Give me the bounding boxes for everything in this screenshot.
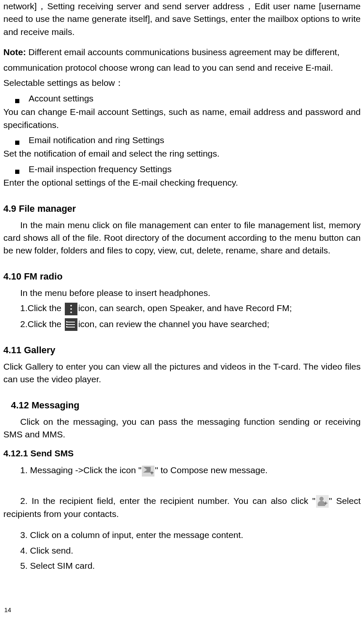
bullet-label-3: E-mail inspection frequency Settings: [29, 163, 172, 176]
heading-gallery: 4.11 Gallery: [3, 344, 361, 357]
note-line-2: communication protocol choose wrong can …: [3, 61, 361, 74]
heading-fm-radio: 4.10 FM radio: [3, 270, 361, 283]
note-text-1: Different email accounts communications …: [26, 47, 340, 57]
sms-step-2: 2. In the recipient field, enter the rec…: [3, 495, 361, 521]
square-bullet-icon: [15, 141, 19, 145]
file-manager-body: In the main menu click on file managemen…: [3, 219, 361, 257]
sms-step-4: 4. Click send.: [3, 544, 361, 557]
bullet-email-notification: Email notification and ring Settings: [3, 134, 361, 147]
bullet-label-2: Email notification and ring Settings: [29, 134, 164, 147]
heading-file-manager: 4.9 File manager: [3, 202, 361, 216]
fm-step-2a: 2.Click the: [20, 319, 64, 329]
gallery-body: Click Gallery to enter you can view all …: [3, 360, 361, 386]
fm-step-2b: icon, can review the channel you have se…: [78, 319, 269, 329]
bullet-inspection-frequency: E-mail inspection frequency Settings: [3, 163, 361, 176]
add-contact-icon: [316, 495, 329, 508]
square-bullet-icon: [15, 170, 19, 174]
note-line-1: Note: Different email accounts communica…: [3, 46, 361, 59]
fm-step-2: 2.Click the icon, can review the channel…: [3, 318, 361, 331]
bullet-desc-1: You can change E-mail account Settings, …: [3, 106, 361, 131]
square-bullet-icon: [15, 99, 19, 103]
fm-intro: In the menu before please to insert head…: [3, 287, 361, 299]
sms-step-5: 5. Select SIM card.: [3, 559, 361, 572]
heading-send-sms: 4.12.1 Send SMS: [3, 447, 361, 460]
fm-step-1: 1.Click the icon, can search, open Speak…: [3, 302, 361, 315]
bullet-label-1: Account settings: [29, 92, 93, 105]
sms-step-1: 1. Messaging ->Click the icon "" to Comp…: [3, 464, 361, 477]
sms-step-1b: " to Compose new message.: [155, 465, 268, 475]
messaging-body: Click on the messaging, you can pass the…: [3, 416, 361, 441]
bullet-desc-3: Enter the optional settings of the E-mai…: [3, 176, 361, 189]
overflow-menu-icon: [65, 303, 77, 315]
bullet-desc-2: Set the notification of email and select…: [3, 147, 361, 160]
sms-step-2a: 2. In the recipient field, enter the rec…: [3, 496, 316, 506]
bullet-account-settings: Account settings: [3, 92, 361, 105]
sms-step-3: 3. Click on a column of input, enter the…: [3, 529, 361, 541]
note-label: Note:: [3, 47, 26, 57]
fm-step-1b: icon, can search, open Speaker, and have…: [78, 303, 292, 313]
heading-messaging: 4.12 Messaging: [11, 399, 361, 412]
channel-list-icon: [65, 318, 77, 331]
compose-message-icon: [142, 466, 154, 477]
fm-step-1a: 1.Click the: [20, 303, 64, 313]
page-number: 14: [4, 605, 11, 615]
intro-paragraph: network]，Setting receiving server and se…: [3, 0, 361, 38]
sms-step-1a: 1. Messaging ->Click the icon ": [20, 465, 141, 475]
selectable-line: Selectable settings as below：: [3, 77, 361, 89]
